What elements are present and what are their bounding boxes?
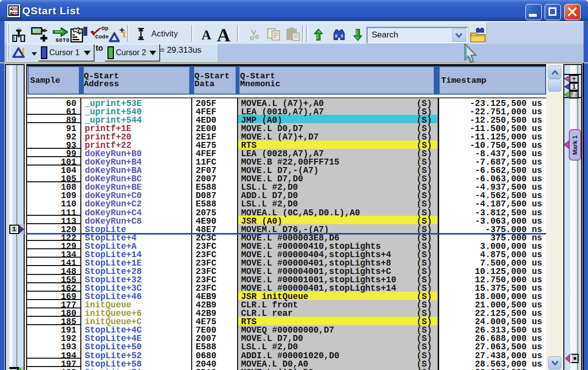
svg-text:GOTO: GOTO [56,37,69,43]
